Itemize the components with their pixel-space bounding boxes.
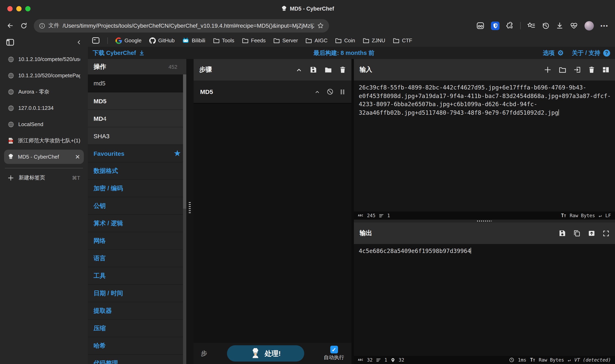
tab-item[interactable]: PDF 浙江师范大学攻防七队+(1).p bbox=[4, 133, 84, 148]
category-item[interactable]: 工具 bbox=[88, 267, 186, 285]
history-icon[interactable] bbox=[542, 22, 550, 29]
category-label: 网络 bbox=[93, 237, 106, 245]
input-textarea[interactable]: 26c39cf8-55fb-4899-82bc-442cf4627d95.jpg… bbox=[354, 80, 615, 211]
info-icon[interactable] bbox=[39, 23, 45, 29]
bookmark-item[interactable]: GitHub bbox=[149, 37, 175, 44]
extensions-puzzle-icon[interactable] bbox=[506, 22, 514, 29]
bookmark-folder[interactable]: CTF bbox=[393, 38, 412, 43]
bake-button[interactable]: 处理! bbox=[227, 345, 304, 362]
io-split-divider[interactable] bbox=[354, 220, 615, 222]
tab-item[interactable]: 127.0.0.1:1234 bbox=[4, 101, 84, 115]
column-drag-handle[interactable] bbox=[189, 202, 191, 214]
download-cyberchef-link[interactable]: 下载 CyberChef bbox=[93, 49, 145, 57]
operations-scrollbar-thumb[interactable] bbox=[183, 74, 186, 209]
tab-item[interactable]: LocalSend bbox=[4, 117, 84, 131]
bookmark-folder[interactable]: ZJNU bbox=[363, 38, 385, 43]
load-recipe-folder-icon[interactable] bbox=[325, 66, 332, 73]
save-recipe-icon[interactable] bbox=[310, 66, 317, 73]
output-encoding-value[interactable]: Raw Bytes bbox=[539, 357, 564, 363]
address-bar[interactable]: 文件 /Users/timmy/Projects/tools/CyberChef… bbox=[34, 19, 329, 32]
auto-bake-checkbox[interactable]: ✓ bbox=[330, 346, 338, 353]
recipe-operation-md5[interactable]: MD5 bbox=[194, 80, 352, 104]
collapse-ops-icon[interactable] bbox=[296, 67, 302, 73]
category-favourites[interactable]: Favourites ★ bbox=[88, 145, 186, 162]
downloads-icon[interactable] bbox=[556, 22, 563, 29]
clear-recipe-trash-icon[interactable] bbox=[340, 66, 346, 73]
bookmark-folder[interactable]: Server bbox=[273, 38, 298, 43]
maximize-output-icon[interactable] bbox=[603, 230, 609, 236]
category-item[interactable]: 加密 / 编码 bbox=[88, 180, 186, 197]
bookmark-folder[interactable]: Feeds bbox=[242, 38, 266, 43]
category-item[interactable]: 公钥 bbox=[88, 197, 186, 215]
back-icon[interactable] bbox=[7, 22, 14, 29]
disable-op-icon[interactable] bbox=[327, 88, 334, 95]
about-support-button[interactable]: 关于 / 支持 ? bbox=[572, 49, 610, 57]
reset-layout-grid-icon[interactable] bbox=[602, 66, 609, 73]
tab-item-active[interactable]: MD5 - CyberChef ✕ bbox=[4, 150, 84, 164]
url-text[interactable]: /Users/timmy/Projects/tools/CyberChefCN/… bbox=[63, 22, 314, 29]
bookmark-folder[interactable]: Tools bbox=[213, 38, 234, 43]
replace-input-icon[interactable] bbox=[588, 230, 595, 237]
bookmark-folder[interactable]: Coin bbox=[335, 38, 355, 43]
bookmark-label: Bilibili bbox=[192, 38, 205, 43]
proxy-extension-icon[interactable] bbox=[476, 22, 485, 30]
sidebar-panel-icon[interactable] bbox=[92, 37, 100, 44]
open-file-input-icon[interactable] bbox=[574, 66, 581, 73]
add-input-tab-icon[interactable] bbox=[544, 66, 551, 73]
breakpoint-pause-icon[interactable] bbox=[340, 89, 345, 95]
category-item[interactable]: 算术 / 逻辑 bbox=[88, 215, 186, 232]
bookmark-folder[interactable]: AIGC bbox=[306, 38, 328, 43]
new-tab-button[interactable]: 新建标签页 ⌘T bbox=[4, 171, 84, 185]
more-menu-icon[interactable]: ••• bbox=[601, 23, 608, 29]
plus-icon bbox=[8, 175, 14, 181]
step-button[interactable]: 步 bbox=[201, 350, 207, 357]
bookmark-item[interactable]: Bilibili bbox=[183, 38, 205, 43]
operation-label-rest: 4 bbox=[103, 115, 106, 122]
tab-item[interactable]: 10.1.2.10/520/competePag bbox=[4, 68, 84, 83]
category-item[interactable]: 日期 / 时间 bbox=[88, 285, 186, 302]
collapse-op-icon[interactable] bbox=[314, 89, 320, 94]
operations-search-input[interactable] bbox=[88, 80, 186, 87]
zoom-window-button[interactable] bbox=[25, 6, 30, 11]
operation-item-md5[interactable]: MD5 bbox=[88, 92, 186, 110]
input-eol-value[interactable]: LF bbox=[605, 213, 611, 218]
minimize-window-button[interactable] bbox=[16, 6, 22, 11]
tab-item[interactable]: Aurora - 零奈 bbox=[4, 85, 84, 99]
favorites-list-icon[interactable] bbox=[527, 22, 536, 29]
save-output-icon[interactable] bbox=[559, 230, 566, 237]
reload-icon[interactable] bbox=[20, 22, 27, 29]
category-item[interactable]: 网络 bbox=[88, 232, 186, 250]
output-line-count: 1 bbox=[384, 357, 387, 363]
toolbar-divider bbox=[520, 22, 521, 29]
output-eol-value[interactable]: VT (detected) bbox=[574, 357, 611, 363]
close-tab-icon[interactable]: ✕ bbox=[75, 153, 80, 160]
recipe-body[interactable] bbox=[194, 104, 352, 343]
category-item[interactable]: 哈希 bbox=[88, 337, 186, 355]
input-encoding-value[interactable]: Raw Bytes bbox=[570, 213, 595, 218]
category-item[interactable]: 压缩 bbox=[88, 320, 186, 337]
category-item[interactable]: 语言 bbox=[88, 250, 186, 267]
output-statusbar: ABC 32 1 32 bbox=[354, 356, 615, 364]
clear-io-trash-icon[interactable] bbox=[589, 66, 595, 73]
copy-output-icon[interactable] bbox=[574, 230, 580, 237]
operation-item-sha3[interactable]: SHA3 bbox=[88, 127, 186, 145]
options-button[interactable]: 选项 ⚙ bbox=[543, 49, 564, 57]
io-drag-handle[interactable] bbox=[477, 221, 492, 222]
collapse-sidebar-icon[interactable] bbox=[76, 39, 82, 45]
close-window-button[interactable] bbox=[7, 6, 13, 11]
bookmark-item[interactable]: Google bbox=[116, 37, 142, 44]
open-folder-input-icon[interactable] bbox=[559, 66, 566, 73]
browser-essentials-icon[interactable] bbox=[570, 22, 578, 29]
output-textarea[interactable]: 4c5e686c28a5409e6f19598b97d39964 bbox=[354, 244, 615, 356]
cyberchef-page: 下载 CyberChef 最后构建: 8 months 前 选项 ⚙ 关于 / … bbox=[88, 47, 615, 364]
bitwarden-extension-icon[interactable] bbox=[491, 21, 500, 30]
category-item[interactable]: 代码整理 bbox=[88, 355, 186, 364]
tab-item[interactable]: 10.1.2.10/compete/520/use bbox=[4, 52, 84, 66]
operation-item-md4[interactable]: MD4 bbox=[88, 110, 186, 127]
favourites-star-icon[interactable]: ★ bbox=[174, 149, 181, 158]
bookmark-star-icon[interactable] bbox=[317, 22, 324, 29]
tab-actions-icon[interactable] bbox=[6, 39, 14, 46]
category-item[interactable]: 提取器 bbox=[88, 302, 186, 320]
category-item[interactable]: 数据格式 bbox=[88, 162, 186, 180]
profile-avatar[interactable] bbox=[585, 21, 594, 30]
